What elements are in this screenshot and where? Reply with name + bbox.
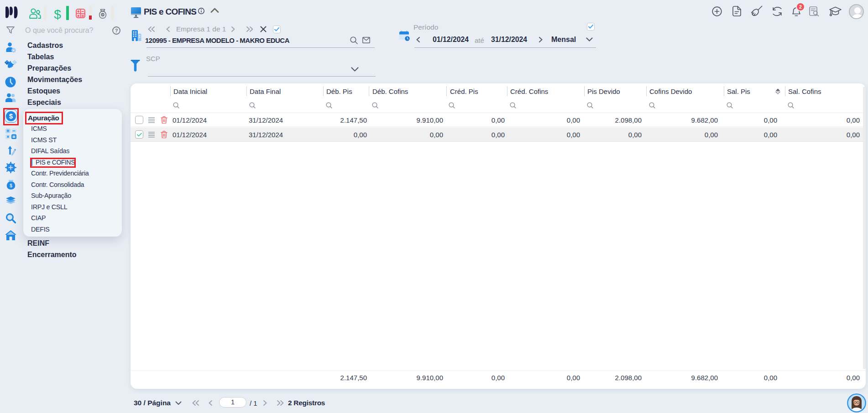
svg-text:$: $ xyxy=(10,183,12,188)
svg-text:?: ? xyxy=(115,28,118,33)
svg-text:$: $ xyxy=(102,13,104,17)
